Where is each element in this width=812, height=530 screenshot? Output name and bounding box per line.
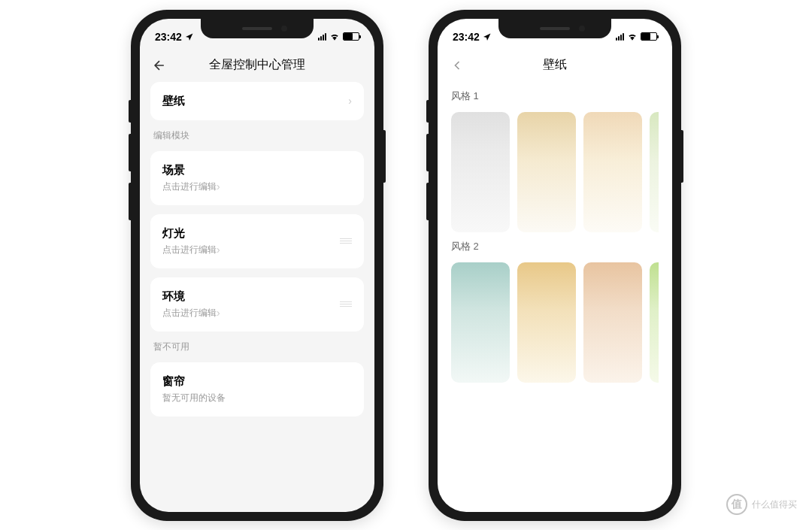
phone-right: 23:42 壁纸 风格 1 风格 2 bbox=[429, 10, 681, 521]
status-time: 23:42 bbox=[155, 31, 182, 43]
wifi-icon bbox=[627, 33, 638, 41]
section-unavailable-label: 暂不可用 bbox=[153, 341, 364, 353]
battery-icon bbox=[641, 32, 657, 41]
back-icon[interactable] bbox=[152, 58, 167, 73]
module-sub: 点击进行编辑 bbox=[162, 180, 217, 193]
wallpaper-option[interactable] bbox=[650, 112, 659, 232]
back-icon[interactable] bbox=[450, 58, 465, 73]
signal-icon bbox=[318, 33, 326, 41]
style1-label: 风格 1 bbox=[451, 89, 659, 103]
wallpaper-row[interactable]: 壁纸 › bbox=[150, 82, 364, 120]
wallpaper-option[interactable] bbox=[451, 262, 510, 383]
drag-handle-icon[interactable] bbox=[340, 301, 352, 307]
nav-bar: 全屋控制中心管理 bbox=[140, 49, 374, 82]
drag-handle-icon[interactable] bbox=[340, 238, 352, 244]
module-title: 场景 bbox=[162, 163, 352, 177]
chevron-right-icon: › bbox=[348, 95, 352, 107]
module-env[interactable]: 环境 点击进行编辑› bbox=[150, 277, 364, 332]
signal-icon bbox=[616, 33, 624, 41]
wallpaper-option[interactable] bbox=[451, 112, 510, 232]
phone-left: 23:42 全屋控制中心管理 壁纸 › 编辑模块 场景 点击进行编辑› bbox=[131, 10, 383, 521]
wallpaper-option[interactable] bbox=[517, 112, 576, 232]
page-title: 全屋控制中心管理 bbox=[209, 57, 305, 73]
wallpaper-option[interactable] bbox=[650, 262, 659, 383]
chevron-right-icon: › bbox=[217, 307, 220, 319]
wallpaper-option[interactable] bbox=[517, 262, 576, 383]
module-sub: 暂无可用的设备 bbox=[162, 392, 226, 404]
wallpaper-grid-1 bbox=[451, 112, 659, 232]
module-sub: 点击进行编辑 bbox=[162, 244, 217, 256]
module-title: 环境 bbox=[162, 289, 340, 304]
watermark: 值 什么值得买 bbox=[726, 494, 797, 515]
section-edit-label: 编辑模块 bbox=[153, 129, 364, 142]
chevron-right-icon: › bbox=[217, 244, 220, 256]
wallpaper-option[interactable] bbox=[583, 112, 642, 232]
wallpaper-option[interactable] bbox=[583, 262, 642, 383]
location-icon bbox=[483, 32, 492, 41]
battery-icon bbox=[343, 32, 359, 41]
nav-bar: 壁纸 bbox=[438, 49, 672, 82]
screen-right: 23:42 壁纸 风格 1 风格 2 bbox=[438, 19, 672, 512]
module-title: 灯光 bbox=[162, 226, 340, 241]
wallpaper-grid-2 bbox=[451, 262, 659, 383]
module-sub: 点击进行编辑 bbox=[162, 307, 217, 320]
watermark-logo: 值 bbox=[726, 494, 747, 515]
wifi-icon bbox=[329, 33, 340, 41]
status-time: 23:42 bbox=[453, 31, 480, 43]
page-title: 壁纸 bbox=[543, 57, 567, 73]
style2-label: 风格 2 bbox=[451, 240, 659, 253]
module-title: 窗帘 bbox=[162, 374, 352, 389]
location-icon bbox=[185, 32, 194, 41]
screen-left: 23:42 全屋控制中心管理 壁纸 › 编辑模块 场景 点击进行编辑› bbox=[140, 19, 374, 512]
module-light[interactable]: 灯光 点击进行编辑› bbox=[150, 214, 364, 268]
notch bbox=[498, 19, 611, 38]
module-scene[interactable]: 场景 点击进行编辑› bbox=[150, 151, 364, 205]
notch bbox=[201, 19, 314, 38]
chevron-right-icon: › bbox=[217, 180, 220, 192]
wallpaper-label: 壁纸 bbox=[162, 94, 185, 108]
watermark-text: 什么值得买 bbox=[752, 498, 797, 511]
module-curtain: 窗帘 暂无可用的设备 bbox=[150, 362, 364, 416]
